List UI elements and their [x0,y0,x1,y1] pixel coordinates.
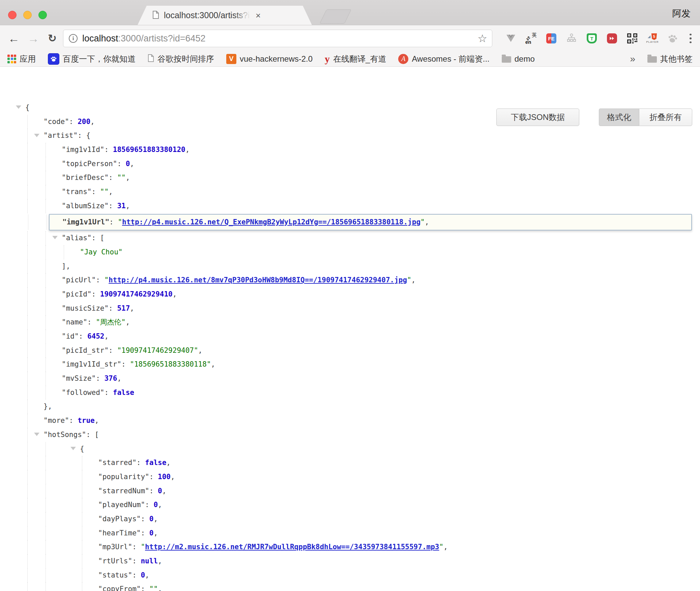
back-button[interactable]: ← [8,33,20,44]
json-key: "trans" [62,188,92,196]
profile-name[interactable]: 阿发 [672,7,691,20]
collapse-arrow-icon[interactable] [52,231,62,245]
browser-menu-icon[interactable] [687,32,694,45]
json-string: "" [149,585,158,591]
json-punct: { [80,445,84,453]
tab-close-icon[interactable]: × [256,11,261,20]
folder-icon [502,56,511,63]
fastforward-extension-icon[interactable] [606,32,618,45]
baidu-paw-icon [48,53,59,65]
window-zoom-button[interactable] [38,11,47,19]
reload-button[interactable]: ↻ [48,33,57,43]
browser-tab[interactable]: localhost:3000/artists?id=645 × [138,6,312,25]
indent-guide [82,554,82,568]
fe-extension-icon[interactable]: FE [546,32,557,45]
indent-guide [46,554,46,568]
indent-guide [46,157,46,171]
window-controls [8,11,47,19]
indent-guide [27,315,28,330]
indent-guide [28,215,28,230]
json-number: false [145,459,166,467]
html5-caption: PLAYER [646,40,659,43]
indent-guide [27,442,28,456]
forward-button[interactable]: → [28,33,39,44]
json-comma: , [443,543,448,551]
new-tab-button[interactable] [320,9,351,24]
json-row: "name": "周杰伦", [0,315,700,330]
url-path: :3000/artists?id=6452 [118,33,206,44]
json-link[interactable]: http://p4.music.126.net/8mv7qP30Pd3oHW8b… [109,276,407,284]
bookmark-item-demo[interactable]: demo [502,54,535,64]
sitemap-extension-icon[interactable] [566,32,577,45]
indent-guide [27,129,28,143]
bookmark-item-youdao[interactable]: y 在线翻译_有道 [325,54,386,64]
youdao-icon: y [325,54,330,64]
document-icon [148,54,154,63]
collapse-arrow-icon[interactable] [16,101,25,115]
json-key: "hearTime" [98,529,141,537]
json-colon: : [141,585,149,591]
json-key: "copyFrom" [98,585,141,591]
bookmark-label: 应用 [20,54,36,64]
window-minimize-button[interactable] [23,11,32,19]
json-row: { [0,442,700,456]
json-comma: , [425,218,429,226]
qrcode-extension-icon[interactable] [626,32,638,45]
collapse-arrow-icon[interactable] [34,129,43,143]
bookmark-item-google-sort[interactable]: 谷歌按时间排序 [148,54,214,64]
url-input[interactable]: i localhost :3000/artists?id=6452 ☆ [63,30,492,47]
json-row: ], [0,259,700,274]
paw-extension-icon[interactable] [667,32,678,45]
json-key: "topicPerson" [62,160,117,168]
json-number: 19097417462929410 [100,290,173,298]
bookmarks-overflow-icon[interactable]: » [630,54,635,64]
html5-player-extension-icon[interactable]: ◢ 5 PLAYER [647,32,658,45]
json-comma: , [158,585,162,591]
json-colon: : [121,360,130,368]
bookmark-item-awesomes[interactable]: A Awesomes - 前端资... [398,54,489,64]
json-string: "" [117,174,125,182]
bookmark-item-apps[interactable]: 应用 [7,54,36,64]
json-colon: : [141,515,149,523]
json-row: "starred": false, [0,456,700,470]
indent-guide [82,470,82,484]
indent-guide [46,259,46,274]
indent-guide [27,582,28,591]
json-link[interactable]: http://m2.music.126.net/RMJR7wDullRqppBk… [145,543,439,551]
json-number: 6452 [87,332,105,340]
collapse-arrow-icon[interactable] [34,428,43,442]
bookmark-item-baidu[interactable]: 百度一下，你就知道 [48,53,136,65]
indent-guide [46,143,46,157]
json-comma: , [162,487,167,495]
json-key: "img1v1Id_str" [62,360,121,368]
other-bookmarks[interactable]: 其他书签 [647,54,693,64]
json-key: "picId" [62,290,92,298]
json-link[interactable]: http://p4.music.126.net/Q_ExePNkmgB2yWyL… [122,218,420,226]
other-bookmarks-label: 其他书签 [660,54,693,64]
vue-devtools-extension-icon[interactable] [505,32,517,45]
json-key: "mvSize" [62,374,96,382]
indent-guide [46,245,46,259]
translate-extension-icon[interactable]: 英 en ⇄ [525,33,537,44]
json-colon: : [109,174,117,182]
collapse-arrow-icon[interactable] [70,442,80,456]
bookmark-label: Awesomes - 前端资... [412,54,489,64]
json-key: "img1v1Url" [62,218,109,226]
vue-icon: V [226,54,236,64]
json-row: "musicSize": 517, [0,302,700,316]
indent-guide [82,498,82,512]
json-comma: , [158,557,162,565]
bookmark-star-icon[interactable]: ☆ [477,32,487,45]
bookmark-item-vue-hackernews[interactable]: V vue-hackernews-2.0 [226,54,313,64]
bookmark-label: 百度一下，你就知道 [63,54,136,64]
window-close-button[interactable] [8,11,17,19]
tampermonkey-extension-icon[interactable]: T [586,32,597,45]
json-row: "more": true, [0,414,700,428]
json-comma: , [126,174,130,182]
json-row: { [0,101,700,115]
info-icon[interactable]: i [69,34,78,43]
html5-glyph: ◢ [648,34,650,39]
indent-guide [27,115,28,129]
indent-guide [27,302,28,316]
json-colon: : [145,501,153,509]
